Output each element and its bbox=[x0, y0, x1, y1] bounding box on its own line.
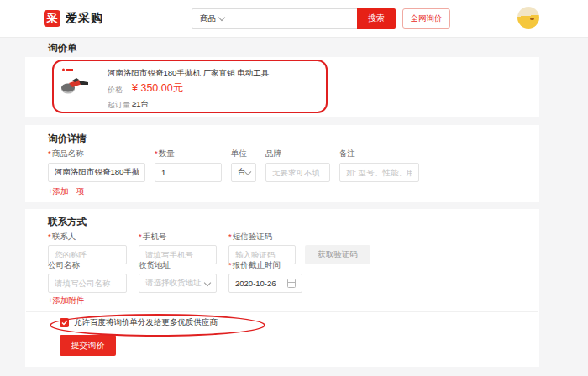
required-asterisk: * bbox=[228, 260, 232, 269]
search-bar: 商品 搜索 bbox=[192, 8, 396, 29]
product-title: 河南洛阳市锐奇180手抛机 厂家直销 电动工具 bbox=[108, 68, 269, 79]
product-name-input[interactable] bbox=[48, 163, 145, 182]
chevron-down-icon bbox=[204, 279, 211, 285]
search-category-label: 商品 bbox=[200, 13, 216, 24]
header: 采 爱采购 商品 搜索 全网询价 bbox=[0, 0, 588, 38]
calendar-icon bbox=[287, 279, 296, 288]
quantity-label: *数量 bbox=[155, 149, 175, 159]
unit-select[interactable]: 台 bbox=[231, 163, 256, 182]
phone-label: *手机号 bbox=[139, 232, 166, 243]
sms-code-label: *短信验证码 bbox=[228, 232, 272, 243]
quantity-input[interactable] bbox=[155, 163, 222, 182]
search-category-dropdown[interactable]: 商品 bbox=[192, 9, 229, 28]
required-asterisk: * bbox=[228, 232, 232, 241]
inquiry-detail-card: 询价详情 *商品名称 *数量 单位 台 品牌 备注 +添加一项 bbox=[25, 125, 539, 202]
product-name-label: *商品名称 bbox=[48, 149, 84, 159]
brand-name: 爱采购 bbox=[66, 11, 103, 26]
required-asterisk: * bbox=[139, 232, 142, 241]
address-label: 收货地址 bbox=[139, 260, 171, 271]
company-input[interactable] bbox=[48, 274, 127, 293]
search-input[interactable] bbox=[229, 10, 357, 27]
page-title: 询价单 bbox=[48, 42, 77, 55]
consent-text: 允许百度将询价单分发给更多优质供应商 bbox=[74, 317, 218, 328]
check-icon bbox=[61, 320, 68, 326]
address-select[interactable]: 请选择收货地址 bbox=[139, 274, 217, 293]
search-button[interactable]: 搜索 bbox=[357, 8, 396, 29]
brand-input[interactable] bbox=[265, 163, 330, 182]
address-placeholder: 请选择收货地址 bbox=[145, 278, 202, 289]
note-label: 备注 bbox=[339, 149, 355, 159]
required-asterisk: * bbox=[155, 149, 158, 158]
submit-inquiry-button[interactable]: 提交询价 bbox=[60, 335, 116, 356]
unit-label: 单位 bbox=[231, 149, 247, 159]
moq-value: ≥1台 bbox=[132, 99, 149, 110]
contact-name-label: *联系人 bbox=[48, 232, 76, 243]
brand-label: 品牌 bbox=[265, 149, 281, 159]
contact-card: 联系方式 *联系人 *手机号 *短信验证码 获取验证码 公司名称 收货地址 请选… bbox=[25, 209, 539, 367]
angle-grinder-image bbox=[60, 66, 89, 98]
required-asterisk: * bbox=[48, 149, 51, 158]
required-asterisk: * bbox=[48, 232, 51, 241]
logo-icon: 采 bbox=[44, 10, 60, 27]
logo[interactable]: 采 爱采购 bbox=[44, 10, 103, 27]
note-input[interactable] bbox=[339, 163, 419, 182]
deadline-label: *报价截止时间 bbox=[228, 260, 281, 271]
product-image[interactable] bbox=[60, 66, 89, 98]
global-inquiry-button[interactable]: 全网询价 bbox=[402, 8, 450, 29]
chevron-down-icon bbox=[218, 14, 225, 21]
avatar-face-mark bbox=[530, 18, 534, 20]
moq-label: 起订量 bbox=[108, 100, 130, 111]
price-label: 价格 bbox=[108, 85, 123, 96]
section-divider bbox=[26, 311, 538, 312]
detail-section-title: 询价详情 bbox=[48, 133, 87, 145]
add-item-link[interactable]: +添加一项 bbox=[48, 186, 85, 197]
deadline-date-picker[interactable]: 2020-10-26 bbox=[228, 274, 302, 293]
user-avatar[interactable] bbox=[517, 7, 539, 29]
contact-section-title: 联系方式 bbox=[48, 216, 87, 228]
get-code-button[interactable]: 获取验证码 bbox=[305, 245, 370, 264]
price-value: ¥ 350.00元 bbox=[132, 81, 183, 96]
product-summary-card: 河南洛阳市锐奇180手抛机 厂家直销 电动工具 价格 ¥ 350.00元 起订量… bbox=[25, 57, 539, 117]
deadline-value: 2020-10-26 bbox=[235, 279, 276, 288]
company-label: 公司名称 bbox=[48, 260, 80, 271]
consent-checkbox[interactable] bbox=[60, 318, 69, 327]
page: 采 爱采购 商品 搜索 全网询价 询价单 bbox=[0, 0, 588, 376]
add-attachment-link[interactable]: +添加附件 bbox=[48, 295, 85, 306]
